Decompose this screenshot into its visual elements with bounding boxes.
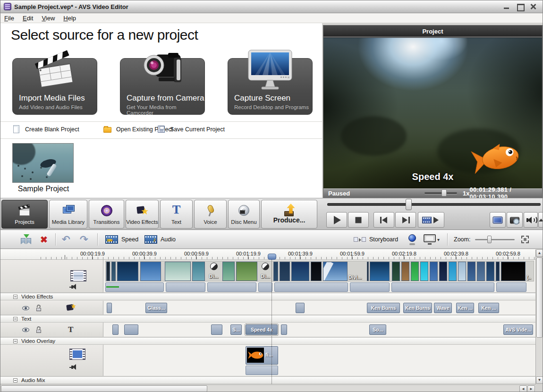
collapse-icon[interactable] bbox=[13, 295, 17, 299]
timeline-clip[interactable]: Speed 4x bbox=[246, 324, 278, 335]
stop-button[interactable] bbox=[348, 212, 369, 228]
video-clip-thumbnail[interactable] bbox=[117, 262, 138, 281]
volume-popup-button[interactable] bbox=[538, 212, 543, 228]
audio-segment[interactable] bbox=[274, 282, 348, 292]
timeline-clip[interactable]: Wave bbox=[434, 303, 452, 313]
previous-scene-button[interactable] bbox=[373, 212, 394, 228]
fullscreen-button[interactable] bbox=[490, 212, 506, 228]
timeline-clip[interactable] bbox=[211, 324, 222, 335]
menu-edit[interactable]: Edit bbox=[23, 15, 33, 22]
delete-button[interactable]: ✖ bbox=[40, 230, 48, 249]
video-clip-thumbnail[interactable] bbox=[430, 262, 438, 281]
video-clip-thumbnail[interactable] bbox=[477, 262, 485, 281]
overlay-clip[interactable]: fi... bbox=[246, 346, 278, 365]
lock-icon[interactable] bbox=[36, 326, 42, 333]
menu-file[interactable]: File bbox=[4, 15, 14, 22]
tab-projects[interactable]: Projects bbox=[1, 200, 48, 229]
video-clip-thumbnail[interactable] bbox=[458, 262, 466, 281]
timeline-clip[interactable]: So... bbox=[369, 324, 386, 335]
frame-step-button[interactable] bbox=[418, 212, 444, 228]
playhead-marker[interactable] bbox=[268, 254, 276, 260]
timeline-clip[interactable] bbox=[124, 324, 138, 335]
storyboard-toggle[interactable]: Storyboard bbox=[354, 230, 398, 249]
vertical-scrollbar[interactable]: ▲ ▼ bbox=[535, 249, 543, 384]
audio-segment[interactable] bbox=[391, 282, 494, 292]
tab-produce[interactable]: Produce... bbox=[261, 200, 317, 229]
minimize-icon[interactable] bbox=[502, 3, 511, 10]
video-clip-thumbnail[interactable] bbox=[273, 262, 278, 281]
timeline-clip[interactable]: Ken Burns bbox=[367, 303, 400, 313]
next-scene-button[interactable] bbox=[395, 212, 416, 228]
video-clip-thumbnail[interactable] bbox=[222, 262, 235, 281]
eye-icon[interactable] bbox=[22, 327, 30, 332]
horizontal-scrollbar[interactable]: ◄ ► bbox=[0, 384, 535, 392]
audio-segment[interactable] bbox=[207, 282, 256, 292]
tab-text[interactable]: T Text bbox=[160, 200, 193, 229]
lock-icon[interactable] bbox=[36, 305, 42, 311]
menu-view[interactable]: View bbox=[42, 15, 55, 22]
video-clip-thumbnail[interactable] bbox=[449, 262, 457, 281]
eye-icon[interactable] bbox=[22, 306, 30, 311]
video-clip-thumbnail[interactable] bbox=[420, 262, 428, 281]
fit-to-timeline-icon[interactable] bbox=[521, 236, 529, 243]
timeline-clip[interactable] bbox=[281, 324, 287, 335]
collapse-icon[interactable] bbox=[13, 378, 17, 383]
playback-rate-slider[interactable] bbox=[424, 192, 457, 194]
transition-marker[interactable]: Di... bbox=[259, 262, 272, 281]
video-clip-thumbnail[interactable] bbox=[291, 262, 309, 281]
maximize-icon[interactable] bbox=[515, 3, 525, 10]
volume-button[interactable] bbox=[524, 212, 538, 228]
tab-disc-menu[interactable]: Disc Menu bbox=[228, 200, 260, 229]
video-clip-thumbnail[interactable] bbox=[140, 262, 161, 281]
video-clip-thumbnail[interactable] bbox=[496, 262, 500, 281]
timeline-clip[interactable] bbox=[107, 303, 112, 313]
transition-marker[interactable]: Di... bbox=[207, 262, 221, 281]
undo-button[interactable]: ↶ bbox=[62, 230, 70, 249]
audio-segment[interactable] bbox=[496, 282, 526, 292]
audio-segment[interactable] bbox=[258, 282, 272, 292]
timeline-clip[interactable]: Glass... bbox=[145, 303, 167, 313]
speaker-icon[interactable] bbox=[69, 364, 80, 370]
video-clip-thumbnail[interactable] bbox=[401, 262, 409, 281]
menu-help[interactable]: Help bbox=[63, 15, 76, 22]
speed-button[interactable]: »» Speed bbox=[105, 230, 138, 249]
timeline-clip[interactable]: Ken Burns bbox=[403, 303, 432, 313]
video-clip-thumbnail[interactable] bbox=[467, 262, 475, 281]
video-clip-thumbnail[interactable] bbox=[323, 262, 348, 281]
split-button[interactable] bbox=[20, 230, 33, 249]
video-clip-thumbnail[interactable] bbox=[165, 262, 191, 281]
capture-screen-button[interactable]: Capture Screen Record Desktop and Progra… bbox=[228, 58, 313, 115]
vertical-scrollbar-thumb[interactable] bbox=[536, 257, 543, 338]
speaker-icon[interactable] bbox=[69, 283, 80, 290]
video-clip-thumbnail[interactable] bbox=[392, 262, 400, 281]
timeline-clip[interactable]: Ken ... bbox=[478, 303, 499, 313]
collapse-icon[interactable] bbox=[13, 339, 17, 343]
video-clip-thumbnail[interactable] bbox=[106, 262, 110, 281]
tab-media-library[interactable]: Media Library bbox=[49, 200, 87, 229]
collapse-icon[interactable] bbox=[13, 317, 17, 321]
create-blank-project-button[interactable]: Create Blank Project bbox=[12, 125, 79, 134]
video-clip-thumbnail[interactable] bbox=[311, 262, 322, 281]
video-clip-thumbnail[interactable] bbox=[192, 262, 205, 281]
horizontal-scrollbar-thumb[interactable] bbox=[1, 385, 207, 392]
video-clip-thumbnail[interactable] bbox=[411, 262, 419, 281]
capture-from-camera-button[interactable]: Capture from Camera Get Your Media from … bbox=[120, 58, 205, 115]
zoom-slider-thumb[interactable] bbox=[487, 236, 492, 243]
video-clip-thumbnail[interactable] bbox=[486, 262, 494, 281]
timeline-clip[interactable]: S... bbox=[230, 324, 242, 335]
save-project-button[interactable]: Save Current Project bbox=[157, 125, 225, 134]
recent-project-thumbnail[interactable] bbox=[12, 143, 74, 183]
import-media-files-button[interactable]: Import Media Files Add Video and Audio F… bbox=[12, 58, 97, 115]
webcam-button[interactable] bbox=[407, 230, 417, 249]
video-clip-thumbnail[interactable] bbox=[367, 262, 369, 281]
timeline-clip[interactable]: Ken ... bbox=[456, 303, 474, 313]
audio-segment[interactable] bbox=[166, 282, 205, 292]
audio-segment[interactable] bbox=[350, 282, 390, 292]
timeline-clip[interactable] bbox=[296, 303, 305, 313]
audio-button[interactable]: ♪ Audio bbox=[144, 230, 176, 249]
video-clip-thumbnail[interactable] bbox=[111, 262, 116, 281]
video-clip-thumbnail[interactable] bbox=[236, 262, 257, 281]
display-mode-button[interactable]: ▾ bbox=[424, 230, 440, 249]
video-clip-thumbnail[interactable] bbox=[280, 262, 290, 281]
tab-voice[interactable]: Voice bbox=[194, 200, 227, 229]
